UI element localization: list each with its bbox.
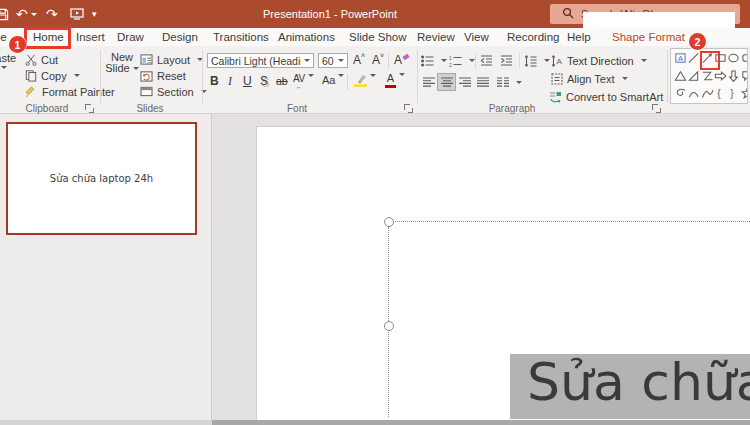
svg-text:1: 1 bbox=[449, 55, 452, 61]
font-color-button[interactable]: A bbox=[385, 73, 405, 89]
tab-draw[interactable]: Draw bbox=[117, 28, 144, 46]
overlay-patch bbox=[583, 12, 735, 28]
copy-button[interactable]: Copy bbox=[25, 68, 80, 83]
shape-star-icon[interactable] bbox=[741, 86, 749, 100]
clipboard-group-label: Clipboard bbox=[5, 103, 89, 114]
text-shadow-button[interactable]: S bbox=[260, 74, 268, 90]
selected-text-overlay: Sửa chữa bbox=[510, 354, 750, 419]
text-direction-button[interactable]: A Text Direction bbox=[551, 53, 647, 68]
window-title: Presentation1 - PowerPoint bbox=[240, 0, 420, 28]
textbox-handle-top-left[interactable] bbox=[384, 217, 394, 227]
annotation-box-home bbox=[24, 27, 71, 49]
tab-design[interactable]: Design bbox=[162, 28, 198, 46]
align-right-button[interactable] bbox=[456, 74, 473, 90]
slide-thumbnail-panel[interactable]: Sửa chữa laptop 24h bbox=[0, 114, 212, 420]
shape-rounded-rectangle-icon[interactable] bbox=[741, 51, 749, 65]
ribbon: Paste Cut Copy Format Painter Clipboard … bbox=[0, 46, 750, 114]
shape-scribble-icon[interactable] bbox=[674, 86, 687, 100]
shrink-font-button[interactable]: A˅ bbox=[372, 53, 384, 69]
search-icon bbox=[562, 7, 574, 21]
clear-formatting-button[interactable]: A bbox=[394, 53, 409, 69]
align-center-button[interactable] bbox=[438, 74, 455, 90]
convert-to-smartart-button[interactable]: Convert to SmartArt bbox=[549, 89, 676, 104]
layout-button[interactable]: Layout bbox=[140, 52, 203, 67]
shape-line-icon[interactable] bbox=[687, 51, 700, 65]
shape-callout-icon[interactable] bbox=[741, 69, 749, 83]
tab-shape-format[interactable]: Shape Format bbox=[612, 28, 685, 46]
bullets-button[interactable] bbox=[421, 53, 447, 68]
svg-text:{: { bbox=[717, 88, 721, 99]
shape-text-box-icon[interactable]: A bbox=[674, 51, 687, 65]
font-size-combo[interactable]: 60 bbox=[318, 53, 348, 68]
columns-button[interactable] bbox=[497, 75, 522, 90]
thumbnail-slide-title: Sửa chữa laptop 24h bbox=[50, 173, 153, 184]
align-left-button[interactable] bbox=[420, 74, 437, 90]
line-spacing-button[interactable] bbox=[524, 53, 550, 68]
undo-button[interactable]: ↶ bbox=[16, 0, 37, 28]
shape-left-brace-icon[interactable]: { bbox=[714, 86, 727, 100]
justify-button[interactable] bbox=[474, 74, 491, 90]
font-name-combo[interactable]: Calibri Light (Headings) bbox=[207, 53, 314, 68]
save-icon[interactable] bbox=[0, 0, 9, 28]
decrease-indent-button[interactable] bbox=[480, 53, 493, 68]
selected-text[interactable]: Sửa chữa bbox=[527, 354, 750, 412]
paragraph-dialog-launcher-icon[interactable] bbox=[652, 104, 661, 113]
svg-text:2: 2 bbox=[449, 61, 452, 67]
shape-right-triangle-icon[interactable] bbox=[687, 69, 700, 83]
grow-font-button[interactable]: A˄ bbox=[353, 53, 365, 69]
font-group-label: Font bbox=[267, 103, 327, 114]
textbox-handle-middle-left[interactable] bbox=[384, 321, 394, 331]
increase-indent-button[interactable] bbox=[500, 53, 513, 68]
shape-curve-icon[interactable] bbox=[701, 86, 714, 100]
shape-arrow-right-icon[interactable] bbox=[714, 69, 727, 83]
start-slideshow-icon[interactable] bbox=[70, 0, 84, 28]
shape-triangle-icon[interactable] bbox=[674, 69, 687, 83]
textbox-border-top[interactable] bbox=[393, 221, 750, 222]
annotation-box-rectangle-shape bbox=[700, 51, 720, 70]
svg-text:A: A bbox=[557, 57, 563, 66]
redo-button[interactable]: ↷ bbox=[46, 0, 58, 28]
slide-thumbnail[interactable]: Sửa chữa laptop 24h bbox=[6, 122, 197, 235]
slides-group-label: Slides bbox=[110, 103, 190, 114]
tab-file[interactable]: File bbox=[0, 28, 7, 46]
change-case-button[interactable]: Aa bbox=[322, 74, 344, 90]
underline-button[interactable]: U bbox=[243, 74, 252, 90]
tab-view[interactable]: View bbox=[464, 28, 489, 46]
tab-insert[interactable]: Insert bbox=[76, 28, 105, 46]
character-spacing-button[interactable]: AV↔ bbox=[293, 74, 314, 90]
shape-right-brace-icon[interactable]: } bbox=[727, 86, 740, 100]
bottom-edge-right bbox=[212, 420, 750, 425]
font-dialog-launcher-icon[interactable] bbox=[404, 104, 413, 113]
tab-slide-show[interactable]: Slide Show bbox=[349, 28, 407, 46]
title-bar: ↶ ↷ ▾ Presentation1 - PowerPoint Search … bbox=[0, 0, 750, 28]
cut-button[interactable]: Cut bbox=[25, 52, 58, 67]
shape-freeform-z-icon[interactable] bbox=[701, 69, 714, 83]
shape-arc-icon[interactable] bbox=[687, 86, 700, 100]
svg-text:A: A bbox=[678, 54, 683, 63]
powerpoint-window: ↶ ↷ ▾ Presentation1 - PowerPoint Search … bbox=[0, 0, 750, 425]
paragraph-group-label: Paragraph bbox=[472, 103, 552, 114]
italic-button[interactable]: I bbox=[228, 74, 232, 90]
clipboard-dialog-launcher-icon[interactable] bbox=[85, 104, 94, 113]
strikethrough-button[interactable]: ab bbox=[276, 75, 288, 91]
numbering-button[interactable]: 12 bbox=[449, 53, 475, 68]
text-highlight-button[interactable] bbox=[354, 74, 376, 90]
tab-transitions[interactable]: Transitions bbox=[213, 28, 269, 46]
annotation-badge-1: 1 bbox=[9, 36, 26, 53]
section-button[interactable]: Section bbox=[140, 84, 207, 99]
shape-oval-icon[interactable] bbox=[727, 51, 740, 65]
customize-qat-icon[interactable]: ▾ bbox=[92, 0, 97, 28]
tab-help[interactable]: Help bbox=[567, 28, 591, 46]
shape-arrow-down-icon[interactable] bbox=[727, 69, 740, 83]
tab-recording[interactable]: Recording bbox=[507, 28, 559, 46]
new-slide-button[interactable]: New Slide bbox=[104, 50, 140, 65]
format-painter-button[interactable]: Format Painter bbox=[25, 84, 115, 99]
tab-animations[interactable]: Animations bbox=[278, 28, 335, 46]
align-text-button[interactable]: Align Text bbox=[551, 71, 628, 86]
ribbon-tabs: FileHomeInsertDrawDesignTransitionsAnima… bbox=[0, 28, 750, 46]
reset-button[interactable]: Reset bbox=[140, 68, 186, 83]
bold-button[interactable]: B bbox=[210, 74, 219, 90]
tab-review[interactable]: Review bbox=[417, 28, 455, 46]
annotation-badge-2: 2 bbox=[689, 33, 706, 50]
svg-text:}: } bbox=[730, 88, 734, 99]
